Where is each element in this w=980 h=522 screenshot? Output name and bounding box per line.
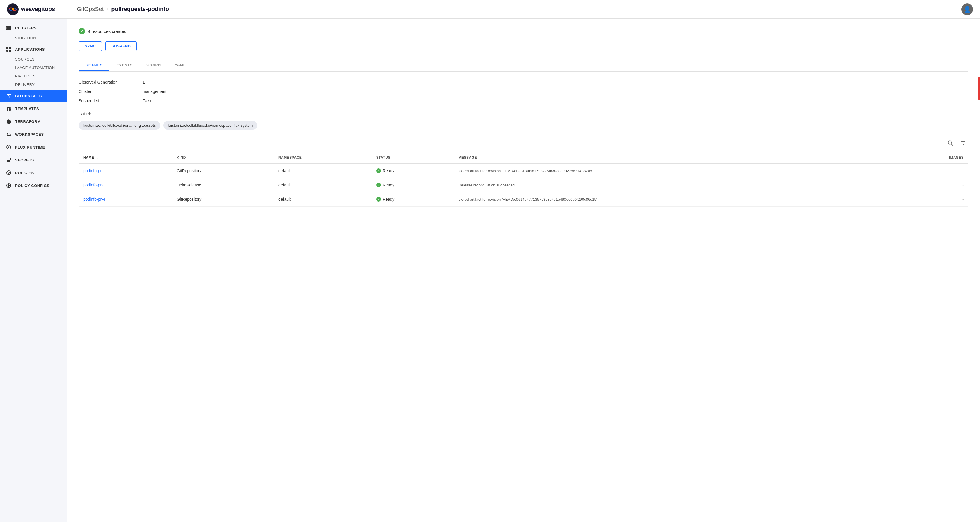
table-row: podinfo-pr-1 HelmRelease default ✓ Ready… (79, 178, 968, 192)
row-1-images: - (897, 178, 968, 192)
sidebar-item-flux-runtime-label: FLUX RUNTIME (15, 145, 45, 149)
sidebar-item-policies-label: POLICIES (15, 171, 34, 175)
row-2-images: - (897, 192, 968, 206)
svg-rect-6 (9, 47, 11, 49)
col-status[interactable]: STATUS (372, 152, 454, 163)
svg-rect-16 (7, 109, 8, 111)
col-name[interactable]: NAME ↓ (79, 152, 172, 163)
sidebar-item-applications-label: APPLICATIONS (15, 47, 45, 51)
policies-icon (6, 170, 12, 176)
cluster-label: Cluster: (79, 89, 137, 94)
sidebar-sub-sources[interactable]: SOURCES (0, 55, 67, 64)
row-0-status: ✓ Ready (372, 163, 454, 178)
sidebar-item-terraform[interactable]: TERRAFORM (0, 116, 67, 127)
svg-rect-2 (6, 26, 11, 27)
sidebar-section-applications: APPLICATIONS SOURCES IMAGE AUTOMATION PI… (0, 43, 67, 89)
col-namespace[interactable]: NAMESPACE (274, 152, 372, 163)
sidebar-item-flux-runtime[interactable]: FLUX RUNTIME (0, 141, 67, 153)
sidebar-item-policy-configs-label: POLICY CONFIGS (15, 184, 49, 188)
sidebar-sub-pipelines[interactable]: PIPELINES (0, 72, 67, 80)
svg-point-1 (12, 8, 14, 11)
action-buttons: SYNC SUSPEND (79, 42, 968, 51)
status-success-icon: ✓ (79, 28, 85, 34)
sidebar-item-gitops-sets[interactable]: GITOPS SETS (0, 90, 67, 102)
gitops-sets-icon (6, 93, 12, 99)
resources-table: NAME ↓ KIND NAMESPACE STATUS MESSAGE IMA… (79, 152, 968, 206)
label-chip-1: kustomize.toolkit.fluxcd.io/namespace: f… (163, 121, 257, 129)
workspaces-icon (6, 131, 12, 137)
sidebar-section-flux-runtime: FLUX RUNTIME (0, 141, 67, 153)
col-kind[interactable]: KIND (172, 152, 274, 163)
details-grid: Observed Generation: 1 Cluster: manageme… (79, 80, 968, 103)
breadcrumb-current: pullrequests-podinfo (111, 6, 169, 13)
row-2-message: stored artifact for revision 'HEAD/c0614… (453, 192, 896, 206)
label-chip-0: kustomize.toolkit.fluxcd.io/name: gitops… (79, 121, 160, 129)
svg-point-13 (8, 95, 9, 96)
table-row: podinfo-pr-4 GitRepository default ✓ Rea… (79, 192, 968, 206)
sidebar-section-templates: TEMPLATES (0, 103, 67, 115)
sidebar-sub-image-automation[interactable]: IMAGE AUTOMATION (0, 64, 67, 72)
row-2-name: podinfo-pr-4 (79, 192, 172, 206)
row-2-kind: GitRepository (172, 192, 274, 206)
templates-icon (6, 106, 12, 112)
svg-point-27 (948, 141, 952, 144)
avatar[interactable]: 👤 (961, 3, 973, 15)
sidebar-sub-violation-log[interactable]: VIOLATION LOG (0, 34, 67, 42)
tab-yaml[interactable]: YAML (168, 59, 193, 71)
sidebar-section-policy-configs: POLICY CONFIGS (0, 180, 67, 192)
sidebar-item-workspaces[interactable]: WORKSPACES (0, 128, 67, 140)
sidebar-section-clusters: CLUSTERS VIOLATION LOG (0, 22, 67, 42)
tab-events[interactable]: EVENTS (110, 59, 139, 71)
main-layout: CLUSTERS VIOLATION LOG APPLICATIONS SOUR… (0, 19, 980, 522)
sidebar-item-clusters-label: CLUSTERS (15, 26, 37, 30)
logo-area: weavegitops (7, 3, 65, 15)
sidebar-item-clusters[interactable]: CLUSTERS (0, 22, 67, 34)
sidebar-item-applications[interactable]: APPLICATIONS (0, 43, 67, 55)
row-0-name: podinfo-pr-1 (79, 163, 172, 178)
sync-button[interactable]: SYNC (79, 42, 102, 51)
row-0-message: stored artifact for revision 'HEAD/eb281… (453, 163, 896, 178)
row-0-name-link[interactable]: podinfo-pr-1 (83, 168, 105, 173)
breadcrumb: GitOpsSet › pullrequests-podinfo (77, 6, 169, 13)
sidebar-section-workspaces: WORKSPACES (0, 128, 67, 140)
status-bar: ✓ 4 resources created (79, 28, 968, 34)
suspend-button[interactable]: SUSPEND (105, 42, 137, 51)
filter-button[interactable] (959, 139, 967, 148)
tab-graph[interactable]: GRAPH (139, 59, 168, 71)
status-ready-icon: ✓ (376, 197, 381, 201)
search-button[interactable] (946, 139, 955, 148)
svg-point-22 (8, 161, 9, 161)
col-images[interactable]: IMAGES (897, 152, 968, 163)
svg-point-14 (9, 96, 11, 97)
row-2-name-link[interactable]: podinfo-pr-4 (83, 197, 105, 201)
labels-section: Labels kustomize.toolkit.fluxcd.io/name:… (79, 111, 968, 129)
sidebar-item-policy-configs[interactable]: POLICY CONFIGS (0, 180, 67, 192)
svg-point-12 (7, 94, 8, 95)
flux-runtime-icon (6, 144, 12, 150)
clusters-icon (6, 25, 12, 31)
sidebar-item-secrets[interactable]: SECRETS (0, 154, 67, 166)
table-header-row: NAME ↓ KIND NAMESPACE STATUS MESSAGE IMA… (79, 152, 968, 163)
policy-configs-icon (6, 183, 12, 188)
applications-icon (6, 46, 12, 52)
svg-line-28 (951, 144, 953, 146)
svg-rect-3 (6, 27, 11, 29)
sidebar-sub-delivery[interactable]: DELIVERY (0, 80, 67, 89)
sidebar-item-policies[interactable]: POLICIES (0, 167, 67, 179)
labels-container: kustomize.toolkit.fluxcd.io/name: gitops… (79, 121, 968, 129)
observed-generation-label: Observed Generation: (79, 80, 137, 85)
sidebar: CLUSTERS VIOLATION LOG APPLICATIONS SOUR… (0, 19, 67, 522)
row-2-namespace: default (274, 192, 372, 206)
tabs: DETAILS EVENTS GRAPH YAML (79, 59, 968, 72)
sidebar-section-gitops-sets: GITOPS SETS (0, 90, 67, 102)
sidebar-section-terraform: TERRAFORM (0, 116, 67, 127)
header: weavegitops GitOpsSet › pullrequests-pod… (0, 0, 980, 19)
tab-details[interactable]: DETAILS (79, 59, 110, 71)
breadcrumb-parent[interactable]: GitOpsSet (77, 6, 103, 13)
sidebar-item-templates-label: TEMPLATES (15, 107, 39, 111)
col-message[interactable]: MESSAGE (453, 152, 896, 163)
row-1-name-link[interactable]: podinfo-pr-1 (83, 183, 105, 187)
sidebar-item-templates[interactable]: TEMPLATES (0, 103, 67, 115)
sort-arrow-icon: ↓ (96, 156, 98, 159)
sidebar-item-workspaces-label: WORKSPACES (15, 132, 44, 137)
